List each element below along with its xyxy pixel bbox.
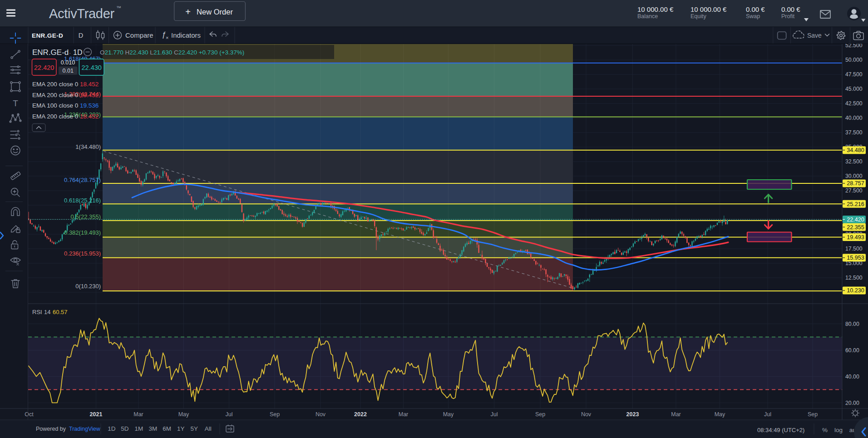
svg-text:6M: 6M (163, 425, 171, 432)
svg-text:™: ™ (116, 5, 121, 10)
svg-text:New Order: New Order (197, 8, 233, 16)
svg-text:2021: 2021 (90, 411, 103, 418)
svg-text:32.500: 32.500 (845, 158, 863, 165)
svg-text:15.953: 15.953 (847, 255, 864, 261)
svg-text:Compare: Compare (125, 31, 153, 39)
svg-text:18.452: 18.452 (80, 81, 99, 88)
svg-text:Swap: Swap (746, 13, 760, 20)
svg-text:22.355: 22.355 (847, 224, 864, 231)
svg-text:10 000.00 €: 10 000.00 € (637, 5, 674, 13)
svg-text:EMA 100 close 0: EMA 100 close 0 (32, 102, 78, 109)
svg-text:60.57: 60.57 (53, 309, 68, 315)
svg-text:Jul: Jul (491, 411, 498, 418)
svg-text:RSI: RSI (32, 309, 42, 315)
svg-text:Balance: Balance (637, 13, 658, 20)
svg-text:1D: 1D (108, 425, 116, 432)
svg-text:May: May (715, 411, 725, 418)
svg-text:1M: 1M (134, 425, 143, 432)
svg-text:0.5(22.355): 0.5(22.355) (71, 213, 101, 220)
svg-text:Powered by: Powered by (36, 426, 66, 432)
svg-text:50.000: 50.000 (845, 57, 863, 63)
svg-text:19.493: 19.493 (847, 234, 864, 241)
svg-text:EMA 200 close 0: EMA 200 close 0 (32, 113, 78, 120)
svg-text:40.000: 40.000 (845, 115, 863, 121)
svg-text:37.500: 37.500 (845, 129, 863, 136)
svg-text:1Y: 1Y (177, 425, 185, 432)
svg-text:19.536: 19.536 (80, 102, 99, 109)
svg-text:+: + (185, 7, 191, 17)
svg-text:×: × (166, 35, 168, 40)
svg-text:18.452: 18.452 (80, 113, 99, 120)
svg-text:%: % (822, 427, 828, 433)
svg-text:14: 14 (44, 309, 50, 315)
svg-text:5Y: 5Y (190, 425, 198, 432)
svg-text:All: All (205, 425, 212, 432)
svg-text:0(10.230): 0(10.230) (75, 283, 101, 290)
svg-text:Sep: Sep (808, 411, 818, 418)
svg-text:0.01: 0.01 (63, 68, 74, 74)
svg-text:Profit: Profit (781, 13, 795, 20)
svg-text:40.00: 40.00 (845, 374, 859, 380)
svg-text:Oct: Oct (25, 411, 34, 418)
svg-text:0.010: 0.010 (61, 59, 75, 66)
svg-text:Jul: Jul (226, 411, 233, 418)
svg-text:22.430: 22.430 (82, 64, 102, 71)
svg-text:ActivTrader: ActivTrader (49, 6, 115, 21)
svg-text:08:34:49 (UTC+2): 08:34:49 (UTC+2) (757, 427, 804, 433)
svg-text:Sep: Sep (535, 411, 545, 418)
svg-text:10 000.00 €: 10 000.00 € (690, 5, 727, 13)
svg-text:Save: Save (807, 32, 822, 39)
svg-text:22.420: 22.420 (34, 64, 54, 71)
svg-text:Equity: Equity (690, 13, 706, 20)
svg-text:Jul: Jul (764, 411, 771, 418)
svg-text:ENR.GE-D: ENR.GE-D (32, 32, 63, 39)
svg-text:22.420: 22.420 (847, 217, 864, 223)
svg-text:Nov: Nov (581, 411, 592, 418)
svg-text:0.764(28.757): 0.764(28.757) (64, 177, 101, 183)
svg-text:3M: 3M (148, 425, 157, 432)
svg-text:60.00: 60.00 (845, 347, 859, 354)
svg-text:30.000: 30.000 (845, 173, 863, 179)
svg-text:10.230: 10.230 (847, 287, 864, 294)
svg-text:42.500: 42.500 (845, 100, 863, 107)
svg-text:45.000: 45.000 (845, 86, 863, 92)
svg-text:0.618(25.216): 0.618(25.216) (64, 197, 101, 204)
svg-text:Mar: Mar (133, 411, 143, 418)
svg-text:27.500: 27.500 (845, 187, 863, 194)
svg-text:EMA 200 close 0: EMA 200 close 0 (32, 81, 78, 88)
svg-text:2022: 2022 (354, 411, 367, 418)
svg-text:20.00: 20.00 (845, 400, 859, 406)
svg-text:Mar: Mar (399, 411, 409, 418)
svg-text:May: May (443, 411, 454, 418)
svg-text:Nov: Nov (316, 411, 326, 418)
svg-text:D: D (79, 32, 83, 39)
svg-text:ENR.GE-d: ENR.GE-d (32, 48, 69, 57)
svg-text:0.00 €: 0.00 € (781, 5, 800, 13)
svg-text:47.500: 47.500 (845, 71, 863, 78)
svg-text:0.236(15.953): 0.236(15.953) (64, 250, 101, 257)
svg-text:5D: 5D (121, 425, 129, 432)
svg-text:May: May (178, 411, 189, 418)
svg-text:1(34.480): 1(34.480) (75, 143, 101, 150)
svg-text:12.500: 12.500 (845, 275, 863, 281)
svg-text:17.500: 17.500 (845, 246, 863, 252)
svg-text:2023: 2023 (626, 411, 639, 418)
svg-text:18.452: 18.452 (80, 92, 99, 98)
svg-text:80.00: 80.00 (845, 321, 859, 327)
svg-text:O21.770 H22.430 L21.630 C22.42: O21.770 H22.430 L21.630 C22.420 +0.730 (… (100, 49, 244, 56)
svg-text:EMA 200 close 0: EMA 200 close 0 (32, 92, 78, 98)
svg-text:25.216: 25.216 (847, 201, 864, 207)
svg-text:T: T (13, 98, 18, 108)
svg-text:0.382(19.493): 0.382(19.493) (64, 229, 101, 236)
svg-text:Indicators: Indicators (171, 31, 201, 39)
svg-text:0.00 €: 0.00 € (746, 5, 765, 13)
svg-text:34.480: 34.480 (847, 147, 864, 153)
svg-text:Sep: Sep (270, 411, 280, 418)
svg-text:log: log (834, 427, 843, 433)
svg-text:TradingView: TradingView (69, 426, 101, 432)
svg-text:Mar: Mar (671, 411, 681, 418)
svg-text:28.757: 28.757 (847, 180, 864, 187)
